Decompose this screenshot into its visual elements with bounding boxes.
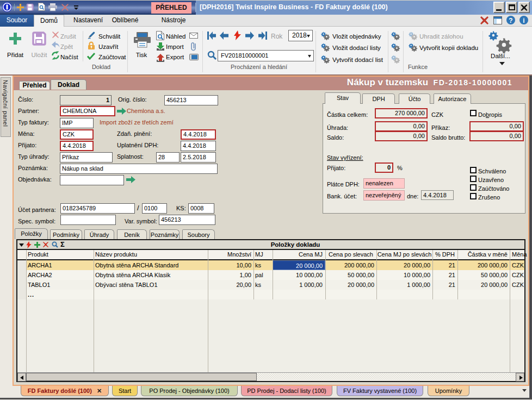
svg-text:?: ? — [509, 17, 512, 24]
svg-text:i: i — [523, 17, 524, 24]
